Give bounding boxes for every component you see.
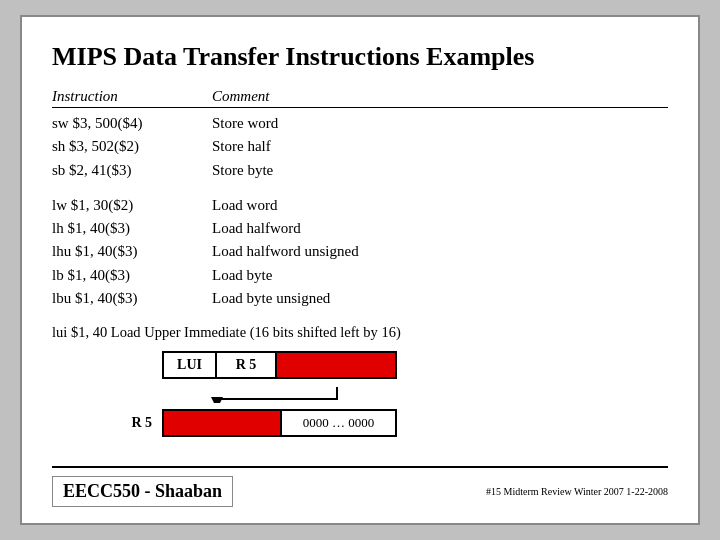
content-area: Instruction sw $3, 500($4) sh $3, 502($2… (52, 88, 668, 507)
r5-row-label: R 5 (112, 415, 152, 431)
lui-box: LUI (162, 351, 217, 379)
footer-caption: #15 Midterm Review Winter 2007 1-22-2008 (486, 486, 668, 497)
lui-description: lui $1, 40 Load Upper Immediate (16 bits… (52, 324, 668, 341)
page-title: MIPS Data Transfer Instructions Examples (52, 41, 668, 72)
table-row: Load byte (212, 264, 668, 287)
table-row: Store byte (212, 159, 668, 182)
diagram-area: LUI R 5 (112, 351, 668, 437)
table-row: Load byte unsigned (212, 287, 668, 310)
instruction-table: Instruction sw $3, 500($4) sh $3, 502($2… (52, 88, 668, 310)
r5-filled-box (162, 409, 282, 437)
table-row: lh $1, 40($3) (52, 217, 212, 240)
imm-box (277, 351, 397, 379)
lui-diagram-row: LUI R 5 (112, 351, 397, 379)
table-row: sb $2, 41($3) (52, 159, 212, 182)
table-row: sw $3, 500($4) (52, 112, 212, 135)
arrow-row (162, 385, 397, 403)
col2-header: Comment (212, 88, 668, 108)
slide: MIPS Data Transfer Instructions Examples… (20, 15, 700, 525)
lui-boxes: LUI R 5 (162, 351, 397, 379)
table-row: Load word (212, 194, 668, 217)
table-row: Load halfword unsigned (212, 240, 668, 263)
instruction-column: Instruction sw $3, 500($4) sh $3, 502($2… (52, 88, 212, 310)
table-row: lbu $1, 40($3) (52, 287, 212, 310)
table-row: lhu $1, 40($3) (52, 240, 212, 263)
table-row: Load halfword (212, 217, 668, 240)
r5-box: R 5 (217, 351, 277, 379)
footer-badge: EECC550 - Shaaban (52, 476, 233, 507)
lui-section: lui $1, 40 Load Upper Immediate (16 bits… (52, 324, 668, 437)
table-row: Store half (212, 135, 668, 158)
comment-column: Comment Store word Store half Store byte… (212, 88, 668, 310)
table-row: lw $1, 30($2) (52, 194, 212, 217)
r5-diagram-row: R 5 0000 … 0000 (112, 409, 397, 437)
col1-header: Instruction (52, 88, 212, 108)
table-row: Store word (212, 112, 668, 135)
arrow-svg (162, 385, 397, 403)
table-row: lb $1, 40($3) (52, 264, 212, 287)
footer: EECC550 - Shaaban #15 Midterm Review Win… (52, 466, 668, 507)
r5-zeros-box: 0000 … 0000 (282, 409, 397, 437)
r5-boxes: 0000 … 0000 (162, 409, 397, 437)
table-row: sh $3, 502($2) (52, 135, 212, 158)
